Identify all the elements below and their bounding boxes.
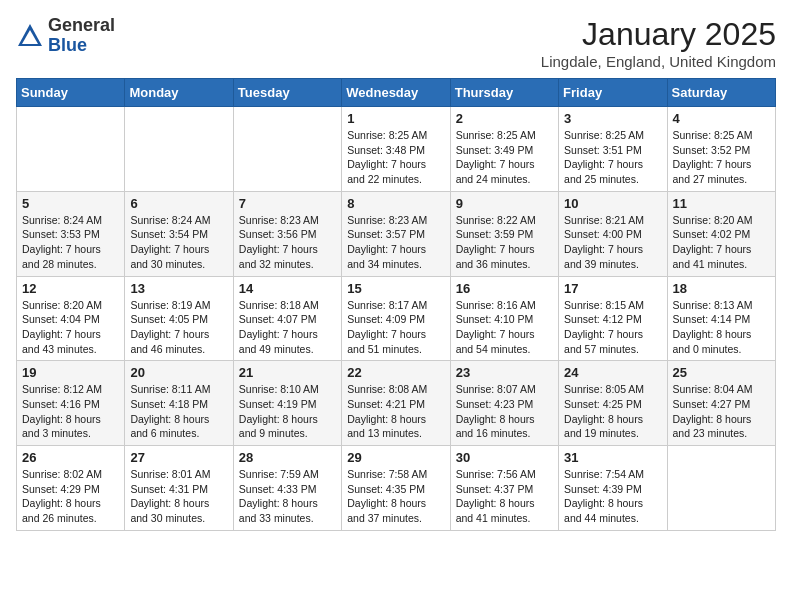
day-info: Sunrise: 8:20 AM Sunset: 4:02 PM Dayligh… [673,213,770,272]
day-number: 24 [564,365,661,380]
day-number: 1 [347,111,444,126]
day-number: 4 [673,111,770,126]
calendar-cell [17,107,125,192]
day-number: 5 [22,196,119,211]
calendar-cell: 24Sunrise: 8:05 AM Sunset: 4:25 PM Dayli… [559,361,667,446]
day-info: Sunrise: 8:02 AM Sunset: 4:29 PM Dayligh… [22,467,119,526]
day-info: Sunrise: 8:04 AM Sunset: 4:27 PM Dayligh… [673,382,770,441]
day-number: 10 [564,196,661,211]
day-info: Sunrise: 8:15 AM Sunset: 4:12 PM Dayligh… [564,298,661,357]
calendar-cell [233,107,341,192]
day-number: 15 [347,281,444,296]
day-number: 17 [564,281,661,296]
day-number: 9 [456,196,553,211]
calendar-cell [667,446,775,531]
day-number: 31 [564,450,661,465]
location: Lingdale, England, United Kingdom [541,53,776,70]
calendar-cell: 2Sunrise: 8:25 AM Sunset: 3:49 PM Daylig… [450,107,558,192]
calendar: SundayMondayTuesdayWednesdayThursdayFrid… [16,78,776,531]
day-number: 22 [347,365,444,380]
day-info: Sunrise: 8:11 AM Sunset: 4:18 PM Dayligh… [130,382,227,441]
calendar-cell: 22Sunrise: 8:08 AM Sunset: 4:21 PM Dayli… [342,361,450,446]
day-number: 12 [22,281,119,296]
weekday-header-tuesday: Tuesday [233,79,341,107]
day-info: Sunrise: 8:20 AM Sunset: 4:04 PM Dayligh… [22,298,119,357]
day-number: 8 [347,196,444,211]
calendar-cell: 14Sunrise: 8:18 AM Sunset: 4:07 PM Dayli… [233,276,341,361]
day-info: Sunrise: 8:08 AM Sunset: 4:21 PM Dayligh… [347,382,444,441]
calendar-cell: 7Sunrise: 8:23 AM Sunset: 3:56 PM Daylig… [233,191,341,276]
day-number: 16 [456,281,553,296]
week-row-5: 26Sunrise: 8:02 AM Sunset: 4:29 PM Dayli… [17,446,776,531]
logo-icon [16,22,44,50]
page-header: General Blue January 2025 Lingdale, Engl… [16,16,776,70]
weekday-header-monday: Monday [125,79,233,107]
logo: General Blue [16,16,115,56]
day-number: 28 [239,450,336,465]
day-info: Sunrise: 8:16 AM Sunset: 4:10 PM Dayligh… [456,298,553,357]
calendar-cell: 30Sunrise: 7:56 AM Sunset: 4:37 PM Dayli… [450,446,558,531]
day-number: 14 [239,281,336,296]
calendar-cell: 6Sunrise: 8:24 AM Sunset: 3:54 PM Daylig… [125,191,233,276]
logo-blue: Blue [48,35,87,55]
weekday-header-row: SundayMondayTuesdayWednesdayThursdayFrid… [17,79,776,107]
day-number: 23 [456,365,553,380]
week-row-2: 5Sunrise: 8:24 AM Sunset: 3:53 PM Daylig… [17,191,776,276]
day-info: Sunrise: 8:24 AM Sunset: 3:54 PM Dayligh… [130,213,227,272]
weekday-header-thursday: Thursday [450,79,558,107]
calendar-cell: 21Sunrise: 8:10 AM Sunset: 4:19 PM Dayli… [233,361,341,446]
title-area: January 2025 Lingdale, England, United K… [541,16,776,70]
calendar-cell: 3Sunrise: 8:25 AM Sunset: 3:51 PM Daylig… [559,107,667,192]
calendar-cell: 18Sunrise: 8:13 AM Sunset: 4:14 PM Dayli… [667,276,775,361]
day-info: Sunrise: 8:07 AM Sunset: 4:23 PM Dayligh… [456,382,553,441]
day-info: Sunrise: 8:25 AM Sunset: 3:49 PM Dayligh… [456,128,553,187]
month-title: January 2025 [541,16,776,53]
day-info: Sunrise: 7:58 AM Sunset: 4:35 PM Dayligh… [347,467,444,526]
logo-general: General [48,15,115,35]
calendar-cell: 8Sunrise: 8:23 AM Sunset: 3:57 PM Daylig… [342,191,450,276]
day-number: 18 [673,281,770,296]
day-number: 26 [22,450,119,465]
weekday-header-friday: Friday [559,79,667,107]
day-info: Sunrise: 7:56 AM Sunset: 4:37 PM Dayligh… [456,467,553,526]
calendar-cell: 5Sunrise: 8:24 AM Sunset: 3:53 PM Daylig… [17,191,125,276]
day-info: Sunrise: 8:13 AM Sunset: 4:14 PM Dayligh… [673,298,770,357]
calendar-cell: 29Sunrise: 7:58 AM Sunset: 4:35 PM Dayli… [342,446,450,531]
calendar-cell: 23Sunrise: 8:07 AM Sunset: 4:23 PM Dayli… [450,361,558,446]
day-info: Sunrise: 8:25 AM Sunset: 3:48 PM Dayligh… [347,128,444,187]
calendar-cell: 28Sunrise: 7:59 AM Sunset: 4:33 PM Dayli… [233,446,341,531]
day-info: Sunrise: 8:05 AM Sunset: 4:25 PM Dayligh… [564,382,661,441]
day-info: Sunrise: 7:59 AM Sunset: 4:33 PM Dayligh… [239,467,336,526]
week-row-3: 12Sunrise: 8:20 AM Sunset: 4:04 PM Dayli… [17,276,776,361]
day-number: 13 [130,281,227,296]
calendar-cell: 13Sunrise: 8:19 AM Sunset: 4:05 PM Dayli… [125,276,233,361]
day-info: Sunrise: 8:18 AM Sunset: 4:07 PM Dayligh… [239,298,336,357]
day-number: 25 [673,365,770,380]
weekday-header-saturday: Saturday [667,79,775,107]
day-info: Sunrise: 8:12 AM Sunset: 4:16 PM Dayligh… [22,382,119,441]
day-number: 30 [456,450,553,465]
calendar-cell: 19Sunrise: 8:12 AM Sunset: 4:16 PM Dayli… [17,361,125,446]
calendar-cell: 12Sunrise: 8:20 AM Sunset: 4:04 PM Dayli… [17,276,125,361]
day-info: Sunrise: 7:54 AM Sunset: 4:39 PM Dayligh… [564,467,661,526]
calendar-cell: 26Sunrise: 8:02 AM Sunset: 4:29 PM Dayli… [17,446,125,531]
day-number: 20 [130,365,227,380]
day-info: Sunrise: 8:21 AM Sunset: 4:00 PM Dayligh… [564,213,661,272]
calendar-cell: 1Sunrise: 8:25 AM Sunset: 3:48 PM Daylig… [342,107,450,192]
calendar-cell: 20Sunrise: 8:11 AM Sunset: 4:18 PM Dayli… [125,361,233,446]
day-info: Sunrise: 8:10 AM Sunset: 4:19 PM Dayligh… [239,382,336,441]
logo-text: General Blue [48,16,115,56]
day-number: 21 [239,365,336,380]
day-info: Sunrise: 8:24 AM Sunset: 3:53 PM Dayligh… [22,213,119,272]
week-row-4: 19Sunrise: 8:12 AM Sunset: 4:16 PM Dayli… [17,361,776,446]
day-number: 19 [22,365,119,380]
week-row-1: 1Sunrise: 8:25 AM Sunset: 3:48 PM Daylig… [17,107,776,192]
calendar-cell: 27Sunrise: 8:01 AM Sunset: 4:31 PM Dayli… [125,446,233,531]
calendar-cell: 4Sunrise: 8:25 AM Sunset: 3:52 PM Daylig… [667,107,775,192]
day-info: Sunrise: 8:25 AM Sunset: 3:52 PM Dayligh… [673,128,770,187]
calendar-cell: 10Sunrise: 8:21 AM Sunset: 4:00 PM Dayli… [559,191,667,276]
day-number: 2 [456,111,553,126]
calendar-cell [125,107,233,192]
calendar-cell: 25Sunrise: 8:04 AM Sunset: 4:27 PM Dayli… [667,361,775,446]
weekday-header-sunday: Sunday [17,79,125,107]
